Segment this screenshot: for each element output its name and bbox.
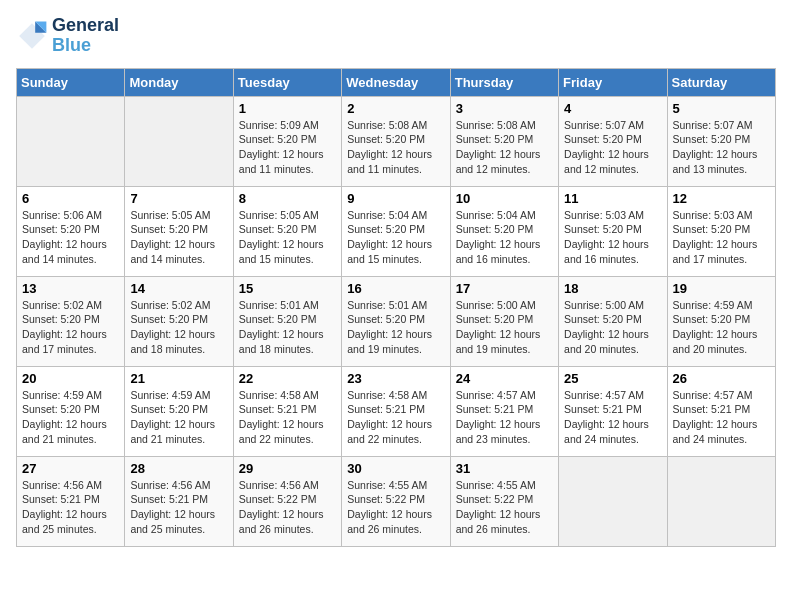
day-number: 7 xyxy=(130,191,227,206)
calendar-cell: 20Sunrise: 4:59 AMSunset: 5:20 PMDayligh… xyxy=(17,366,125,456)
day-info: Sunrise: 4:58 AMSunset: 5:21 PMDaylight:… xyxy=(239,388,336,447)
day-info: Sunrise: 5:04 AMSunset: 5:20 PMDaylight:… xyxy=(456,208,553,267)
day-info: Sunrise: 5:03 AMSunset: 5:20 PMDaylight:… xyxy=(673,208,770,267)
day-number: 19 xyxy=(673,281,770,296)
day-number: 28 xyxy=(130,461,227,476)
calendar-table: SundayMondayTuesdayWednesdayThursdayFrid… xyxy=(16,68,776,547)
day-number: 10 xyxy=(456,191,553,206)
day-info: Sunrise: 4:55 AMSunset: 5:22 PMDaylight:… xyxy=(347,478,444,537)
calendar-cell: 12Sunrise: 5:03 AMSunset: 5:20 PMDayligh… xyxy=(667,186,775,276)
day-info: Sunrise: 4:57 AMSunset: 5:21 PMDaylight:… xyxy=(456,388,553,447)
calendar-cell: 28Sunrise: 4:56 AMSunset: 5:21 PMDayligh… xyxy=(125,456,233,546)
day-number: 22 xyxy=(239,371,336,386)
calendar-cell: 21Sunrise: 4:59 AMSunset: 5:20 PMDayligh… xyxy=(125,366,233,456)
calendar-cell: 30Sunrise: 4:55 AMSunset: 5:22 PMDayligh… xyxy=(342,456,450,546)
week-row-1: 1Sunrise: 5:09 AMSunset: 5:20 PMDaylight… xyxy=(17,96,776,186)
day-number: 24 xyxy=(456,371,553,386)
day-info: Sunrise: 5:05 AMSunset: 5:20 PMDaylight:… xyxy=(239,208,336,267)
day-header-tuesday: Tuesday xyxy=(233,68,341,96)
calendar-cell xyxy=(17,96,125,186)
day-header-wednesday: Wednesday xyxy=(342,68,450,96)
day-number: 15 xyxy=(239,281,336,296)
day-info: Sunrise: 4:56 AMSunset: 5:21 PMDaylight:… xyxy=(130,478,227,537)
day-info: Sunrise: 5:03 AMSunset: 5:20 PMDaylight:… xyxy=(564,208,661,267)
day-number: 30 xyxy=(347,461,444,476)
day-number: 1 xyxy=(239,101,336,116)
day-info: Sunrise: 4:56 AMSunset: 5:21 PMDaylight:… xyxy=(22,478,119,537)
day-number: 25 xyxy=(564,371,661,386)
calendar-cell: 24Sunrise: 4:57 AMSunset: 5:21 PMDayligh… xyxy=(450,366,558,456)
day-number: 12 xyxy=(673,191,770,206)
day-number: 14 xyxy=(130,281,227,296)
calendar-cell xyxy=(125,96,233,186)
calendar-cell: 27Sunrise: 4:56 AMSunset: 5:21 PMDayligh… xyxy=(17,456,125,546)
day-number: 3 xyxy=(456,101,553,116)
calendar-header: SundayMondayTuesdayWednesdayThursdayFrid… xyxy=(17,68,776,96)
day-info: Sunrise: 4:59 AMSunset: 5:20 PMDaylight:… xyxy=(130,388,227,447)
calendar-cell: 5Sunrise: 5:07 AMSunset: 5:20 PMDaylight… xyxy=(667,96,775,186)
day-header-row: SundayMondayTuesdayWednesdayThursdayFrid… xyxy=(17,68,776,96)
calendar-cell: 23Sunrise: 4:58 AMSunset: 5:21 PMDayligh… xyxy=(342,366,450,456)
calendar-cell: 8Sunrise: 5:05 AMSunset: 5:20 PMDaylight… xyxy=(233,186,341,276)
day-header-monday: Monday xyxy=(125,68,233,96)
week-row-5: 27Sunrise: 4:56 AMSunset: 5:21 PMDayligh… xyxy=(17,456,776,546)
calendar-cell: 7Sunrise: 5:05 AMSunset: 5:20 PMDaylight… xyxy=(125,186,233,276)
week-row-2: 6Sunrise: 5:06 AMSunset: 5:20 PMDaylight… xyxy=(17,186,776,276)
logo: General Blue xyxy=(16,16,119,56)
calendar-cell: 25Sunrise: 4:57 AMSunset: 5:21 PMDayligh… xyxy=(559,366,667,456)
day-info: Sunrise: 5:06 AMSunset: 5:20 PMDaylight:… xyxy=(22,208,119,267)
calendar-cell: 16Sunrise: 5:01 AMSunset: 5:20 PMDayligh… xyxy=(342,276,450,366)
calendar-cell: 14Sunrise: 5:02 AMSunset: 5:20 PMDayligh… xyxy=(125,276,233,366)
day-info: Sunrise: 5:05 AMSunset: 5:20 PMDaylight:… xyxy=(130,208,227,267)
day-header-sunday: Sunday xyxy=(17,68,125,96)
calendar-cell: 22Sunrise: 4:58 AMSunset: 5:21 PMDayligh… xyxy=(233,366,341,456)
calendar-cell: 31Sunrise: 4:55 AMSunset: 5:22 PMDayligh… xyxy=(450,456,558,546)
calendar-cell: 6Sunrise: 5:06 AMSunset: 5:20 PMDaylight… xyxy=(17,186,125,276)
day-number: 9 xyxy=(347,191,444,206)
day-number: 26 xyxy=(673,371,770,386)
day-info: Sunrise: 5:00 AMSunset: 5:20 PMDaylight:… xyxy=(456,298,553,357)
calendar-cell: 10Sunrise: 5:04 AMSunset: 5:20 PMDayligh… xyxy=(450,186,558,276)
day-info: Sunrise: 5:02 AMSunset: 5:20 PMDaylight:… xyxy=(130,298,227,357)
day-number: 2 xyxy=(347,101,444,116)
logo-text: General Blue xyxy=(52,16,119,56)
calendar-cell: 15Sunrise: 5:01 AMSunset: 5:20 PMDayligh… xyxy=(233,276,341,366)
day-header-thursday: Thursday xyxy=(450,68,558,96)
day-info: Sunrise: 5:08 AMSunset: 5:20 PMDaylight:… xyxy=(456,118,553,177)
day-number: 21 xyxy=(130,371,227,386)
calendar-cell: 1Sunrise: 5:09 AMSunset: 5:20 PMDaylight… xyxy=(233,96,341,186)
calendar-cell: 4Sunrise: 5:07 AMSunset: 5:20 PMDaylight… xyxy=(559,96,667,186)
week-row-4: 20Sunrise: 4:59 AMSunset: 5:20 PMDayligh… xyxy=(17,366,776,456)
day-number: 11 xyxy=(564,191,661,206)
page-header: General Blue xyxy=(16,16,776,56)
day-number: 20 xyxy=(22,371,119,386)
day-info: Sunrise: 5:01 AMSunset: 5:20 PMDaylight:… xyxy=(347,298,444,357)
day-header-saturday: Saturday xyxy=(667,68,775,96)
logo-icon xyxy=(16,20,48,52)
calendar-cell: 11Sunrise: 5:03 AMSunset: 5:20 PMDayligh… xyxy=(559,186,667,276)
day-info: Sunrise: 4:57 AMSunset: 5:21 PMDaylight:… xyxy=(673,388,770,447)
day-number: 4 xyxy=(564,101,661,116)
day-number: 6 xyxy=(22,191,119,206)
day-info: Sunrise: 5:01 AMSunset: 5:20 PMDaylight:… xyxy=(239,298,336,357)
calendar-cell: 3Sunrise: 5:08 AMSunset: 5:20 PMDaylight… xyxy=(450,96,558,186)
day-info: Sunrise: 4:59 AMSunset: 5:20 PMDaylight:… xyxy=(673,298,770,357)
calendar-body: 1Sunrise: 5:09 AMSunset: 5:20 PMDaylight… xyxy=(17,96,776,546)
calendar-cell: 9Sunrise: 5:04 AMSunset: 5:20 PMDaylight… xyxy=(342,186,450,276)
week-row-3: 13Sunrise: 5:02 AMSunset: 5:20 PMDayligh… xyxy=(17,276,776,366)
day-info: Sunrise: 4:56 AMSunset: 5:22 PMDaylight:… xyxy=(239,478,336,537)
day-header-friday: Friday xyxy=(559,68,667,96)
day-number: 5 xyxy=(673,101,770,116)
calendar-cell: 19Sunrise: 4:59 AMSunset: 5:20 PMDayligh… xyxy=(667,276,775,366)
day-number: 8 xyxy=(239,191,336,206)
day-info: Sunrise: 5:00 AMSunset: 5:20 PMDaylight:… xyxy=(564,298,661,357)
calendar-cell: 2Sunrise: 5:08 AMSunset: 5:20 PMDaylight… xyxy=(342,96,450,186)
day-number: 13 xyxy=(22,281,119,296)
day-number: 29 xyxy=(239,461,336,476)
day-number: 23 xyxy=(347,371,444,386)
day-info: Sunrise: 5:09 AMSunset: 5:20 PMDaylight:… xyxy=(239,118,336,177)
day-info: Sunrise: 4:58 AMSunset: 5:21 PMDaylight:… xyxy=(347,388,444,447)
day-info: Sunrise: 4:57 AMSunset: 5:21 PMDaylight:… xyxy=(564,388,661,447)
calendar-cell xyxy=(559,456,667,546)
day-number: 27 xyxy=(22,461,119,476)
